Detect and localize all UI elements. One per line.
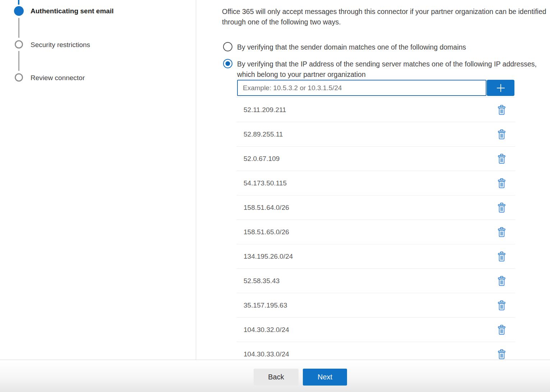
ip-row: 52.11.209.211 <box>236 98 515 122</box>
step-active-indicator-icon <box>14 6 24 16</box>
ip-value: 52.89.255.11 <box>244 130 283 138</box>
trash-icon <box>498 178 506 188</box>
ip-address-input[interactable] <box>237 80 486 96</box>
trash-icon <box>498 276 506 286</box>
ip-row: 158.51.65.0/26 <box>236 220 515 244</box>
trash-icon <box>498 300 506 310</box>
intro-paragraph: Office 365 will only accept messages thr… <box>222 6 550 27</box>
ip-value: 52.58.35.43 <box>244 277 279 285</box>
ip-value: 134.195.26.0/24 <box>244 253 293 260</box>
ip-row: 52.89.255.11 <box>236 122 515 147</box>
back-button[interactable]: Back <box>254 369 299 386</box>
step-circle-icon <box>15 40 23 49</box>
ip-row: 158.51.64.0/26 <box>236 195 515 220</box>
delete-ip-button[interactable] <box>497 129 507 140</box>
trash-icon <box>498 105 506 115</box>
delete-ip-button[interactable] <box>497 324 507 336</box>
wizard-stepper: Authenticating sent email Security restr… <box>0 0 196 360</box>
ip-value: 52.0.67.109 <box>244 155 279 163</box>
step-connector-line-top <box>18 0 19 5</box>
wizard-footer: Back Next <box>0 360 550 392</box>
ip-value: 104.30.32.0/24 <box>244 326 289 334</box>
next-button[interactable]: Next <box>303 369 347 386</box>
radio-option-ip-address[interactable]: By verifying that the IP address of the … <box>223 59 537 79</box>
step-circle-icon <box>15 73 23 82</box>
step-connector-line <box>18 51 19 71</box>
ip-value: 35.157.195.63 <box>244 301 287 309</box>
ip-value: 54.173.50.115 <box>244 179 287 187</box>
ip-value: 158.51.65.0/26 <box>244 228 289 236</box>
radio-option-label: By verifying that the IP address of the … <box>237 59 537 79</box>
radio-option-label: By verifying that the sender domain matc… <box>237 42 466 52</box>
trash-icon <box>498 154 506 164</box>
ip-row: 35.157.195.63 <box>236 293 515 318</box>
ip-row: 134.195.26.0/24 <box>236 244 515 269</box>
ip-row: 104.30.33.0/24 <box>236 342 515 360</box>
delete-ip-button[interactable] <box>497 104 507 116</box>
ip-row: 104.30.32.0/24 <box>236 318 515 342</box>
ip-row: 52.0.67.109 <box>236 147 515 171</box>
ip-input-row <box>237 80 514 96</box>
step-authenticating-sent-email[interactable]: Authenticating sent email <box>31 7 114 15</box>
trash-icon <box>498 349 506 359</box>
ip-list: 52.11.209.211 52.89.255.11 <box>236 97 515 360</box>
step-connector-line <box>18 18 19 38</box>
ip-row: 54.173.50.115 <box>236 171 515 195</box>
trash-icon <box>498 129 506 139</box>
ip-value: 104.30.33.0/24 <box>244 350 289 358</box>
delete-ip-button[interactable] <box>497 202 507 213</box>
delete-ip-button[interactable] <box>497 251 507 262</box>
delete-ip-button[interactable] <box>497 226 507 238</box>
footer-buttons: Back Next <box>254 369 347 386</box>
delete-ip-button[interactable] <box>497 177 507 189</box>
ip-value: 52.11.209.211 <box>244 106 286 114</box>
delete-ip-button[interactable] <box>497 300 507 311</box>
radio-selected-icon[interactable] <box>223 59 232 68</box>
plus-icon <box>495 82 507 94</box>
radio-option-sender-domain[interactable]: By verifying that the sender domain matc… <box>223 42 466 52</box>
delete-ip-button[interactable] <box>497 275 507 287</box>
trash-icon <box>498 227 506 237</box>
trash-icon <box>498 325 506 335</box>
connector-wizard-page: Authenticating sent email Security restr… <box>0 0 550 392</box>
step-security-restrictions[interactable]: Security restrictions <box>31 41 90 49</box>
ip-value: 158.51.64.0/26 <box>244 204 289 212</box>
sidebar-divider <box>196 0 196 360</box>
ip-row: 52.58.35.43 <box>236 269 515 293</box>
trash-icon <box>498 203 506 213</box>
step-review-connector[interactable]: Review connector <box>31 74 85 82</box>
delete-ip-button[interactable] <box>497 153 507 165</box>
delete-ip-button[interactable] <box>497 349 507 360</box>
add-ip-button[interactable] <box>487 80 514 96</box>
trash-icon <box>498 252 506 262</box>
radio-unselected-icon[interactable] <box>223 42 232 51</box>
